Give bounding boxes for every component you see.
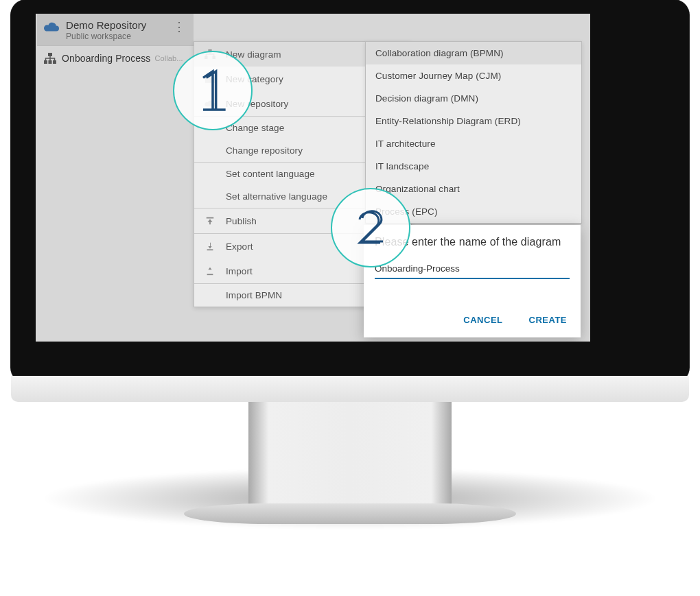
svg-rect-3 <box>53 60 56 64</box>
create-button[interactable]: CREATE <box>526 311 570 329</box>
repository-name: Demo Repository <box>66 19 146 31</box>
submenu-item-collaboration-diagram[interactable]: Collaboration diagram (BPMN) <box>366 42 581 64</box>
sidebar: Demo Repository Public workspace ⋮ Onboa… <box>37 14 194 342</box>
monitor-base <box>184 503 516 524</box>
sitemap-icon <box>44 53 56 64</box>
repository-row[interactable]: Demo Repository Public workspace ⋮ <box>37 14 194 45</box>
tree-item-sublabel: Collab... <box>154 54 183 62</box>
tree-item-label: Onboarding Process <box>62 53 150 64</box>
svg-rect-2 <box>49 60 52 64</box>
new-diagram-submenu: Collaboration diagram (BPMN) Customer Jo… <box>365 41 582 224</box>
repository-subtitle: Public workspace <box>66 32 146 41</box>
svg-rect-0 <box>48 53 52 56</box>
monitor-neck <box>248 398 452 510</box>
submenu-item-entity-relationship-diagram[interactable]: Entity-Relationship Diagram (ERD) <box>366 110 581 132</box>
cancel-button[interactable]: CANCEL <box>460 311 505 329</box>
more-menu-icon[interactable]: ⋮ <box>170 19 188 34</box>
submenu-item-customer-journey-map[interactable]: Customer Journey Map (CJM) <box>366 64 581 87</box>
step-badge-2 <box>331 188 410 267</box>
svg-rect-1 <box>44 60 47 64</box>
svg-rect-9 <box>207 274 213 275</box>
step-badge-1 <box>173 51 253 130</box>
publish-icon <box>204 215 216 227</box>
screen: Demo Repository Public workspace ⋮ Onboa… <box>36 14 590 342</box>
repository-text: Demo Repository Public workspace <box>66 19 146 41</box>
submenu-item-it-architecture[interactable]: IT architecture <box>366 132 581 155</box>
submenu-item-decision-diagram[interactable]: Decision diagram (DMN) <box>366 87 581 110</box>
submenu-item-it-landscape[interactable]: IT landscape <box>366 155 581 178</box>
diagram-name-input[interactable] <box>375 261 570 279</box>
cloud-icon <box>43 21 60 34</box>
monitor-chin <box>11 376 689 402</box>
upload-icon <box>204 265 216 277</box>
submenu-item-organizational-chart[interactable]: Organizational chart <box>366 178 581 200</box>
sidebar-item-onboarding-process[interactable]: Onboarding Process Collab... <box>37 46 194 69</box>
svg-rect-7 <box>207 217 214 219</box>
download-icon <box>204 240 216 252</box>
svg-rect-8 <box>207 249 213 250</box>
